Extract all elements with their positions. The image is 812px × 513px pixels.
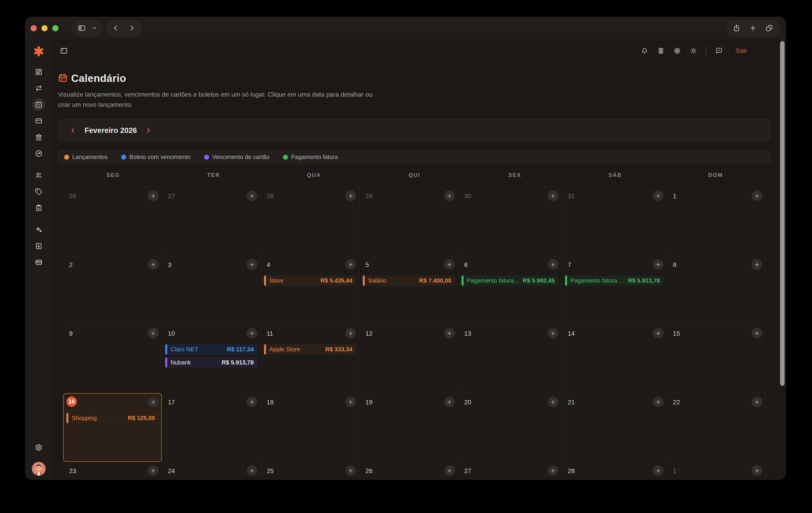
add-event-button[interactable]: + bbox=[548, 328, 558, 339]
add-event-button[interactable]: + bbox=[548, 465, 558, 476]
calendar-day-cell[interactable]: 30+ bbox=[458, 187, 562, 255]
sidebar-item-transactions[interactable] bbox=[32, 82, 45, 94]
add-event-button[interactable]: + bbox=[548, 397, 558, 407]
add-event-button[interactable]: + bbox=[345, 465, 356, 476]
add-event-button[interactable]: + bbox=[246, 465, 257, 476]
calendar-day-cell[interactable]: 21+ bbox=[562, 393, 667, 462]
add-event-button[interactable]: + bbox=[345, 259, 356, 270]
sidebar-item-investments[interactable] bbox=[32, 147, 45, 160]
add-event-button[interactable]: + bbox=[246, 190, 257, 201]
calendar-event[interactable]: Claro NETR$ 117,34 bbox=[165, 344, 257, 355]
calendar-event[interactable]: NubankR$ 5.913,78 bbox=[165, 357, 257, 368]
calendar-day-cell[interactable]: 12+ bbox=[359, 325, 458, 393]
calendar-day-cell[interactable]: 26+ bbox=[359, 462, 458, 480]
calendar-event[interactable]: Pagamento fatura...R$ 5.992,45 bbox=[462, 275, 558, 286]
sidebar-item-bank[interactable] bbox=[32, 131, 45, 143]
calendar-day-cell[interactable]: 5+SalárioR$ 7.400,00 bbox=[359, 256, 458, 324]
sidebar-toggle-icon[interactable] bbox=[78, 24, 86, 32]
calendar-day-cell[interactable]: 28+ bbox=[261, 187, 359, 255]
sidebar-item-cards[interactable] bbox=[32, 114, 45, 127]
calendar-day-cell[interactable]: 9+ bbox=[63, 325, 162, 393]
next-month-button[interactable] bbox=[145, 127, 152, 134]
calendar-day-cell[interactable]: 6+Pagamento fatura...R$ 5.992,45 bbox=[458, 256, 562, 324]
add-event-button[interactable]: + bbox=[246, 259, 257, 270]
sidebar-item-users[interactable] bbox=[32, 169, 45, 182]
calendar-day-cell[interactable]: 1+ bbox=[667, 187, 765, 255]
add-event-button[interactable]: + bbox=[148, 328, 158, 339]
calendar-day-cell[interactable]: 27+ bbox=[162, 187, 261, 255]
settings-gear-icon[interactable] bbox=[32, 441, 45, 454]
add-event-button[interactable]: + bbox=[246, 328, 257, 339]
calendar-event[interactable]: Apple StoreR$ 333,34 bbox=[264, 344, 356, 355]
panel-toggle-icon[interactable] bbox=[60, 47, 68, 55]
add-event-button[interactable]: + bbox=[548, 259, 558, 270]
calendar-day-cell[interactable]: 19+ bbox=[359, 393, 458, 462]
sidebar-item-ai-assistant[interactable] bbox=[32, 223, 45, 236]
chat-icon[interactable] bbox=[712, 44, 725, 57]
calendar-day-cell[interactable]: 10+Claro NETR$ 117,34NubankR$ 5.913,78 bbox=[162, 325, 261, 393]
add-event-button[interactable]: + bbox=[444, 328, 455, 339]
user-avatar[interactable] bbox=[31, 461, 46, 476]
add-event-button[interactable]: + bbox=[653, 190, 664, 201]
add-event-button[interactable]: + bbox=[653, 465, 664, 476]
add-event-button[interactable]: + bbox=[653, 328, 664, 339]
new-tab-icon[interactable] bbox=[749, 25, 756, 32]
calendar-event[interactable]: StoreR$ 5.435,44 bbox=[264, 275, 356, 286]
scrollbar-thumb[interactable] bbox=[780, 41, 785, 386]
add-event-button[interactable]: + bbox=[752, 397, 762, 407]
calendar-day-cell[interactable]: 3+ bbox=[162, 256, 261, 324]
add-event-button[interactable]: + bbox=[148, 465, 158, 476]
add-event-button[interactable]: + bbox=[246, 397, 257, 407]
add-event-button[interactable]: + bbox=[752, 259, 762, 270]
calendar-day-cell[interactable]: 20+ bbox=[458, 393, 562, 462]
add-event-button[interactable]: + bbox=[653, 259, 664, 270]
zoom-button[interactable] bbox=[52, 25, 58, 31]
add-event-button[interactable]: + bbox=[444, 190, 455, 201]
calendar-event[interactable]: SalárioR$ 7.400,00 bbox=[363, 275, 455, 286]
calendar-event[interactable]: Pagamento fatura ...R$ 5.913,78 bbox=[565, 275, 664, 286]
add-event-button[interactable]: + bbox=[345, 328, 356, 339]
calendar-day-cell[interactable]: 11+Apple StoreR$ 333,34 bbox=[261, 325, 359, 393]
add-event-button[interactable]: + bbox=[548, 190, 558, 201]
add-event-button[interactable]: + bbox=[444, 259, 455, 270]
sidebar-item-calendar[interactable] bbox=[32, 98, 45, 111]
add-event-button[interactable]: + bbox=[148, 259, 158, 270]
sidebar-item-wallet[interactable] bbox=[32, 256, 45, 269]
calendar-day-cell[interactable]: 2+ bbox=[63, 256, 162, 324]
eye-icon[interactable] bbox=[671, 44, 684, 57]
calendar-day-cell[interactable]: 24+ bbox=[162, 462, 261, 480]
back-icon[interactable] bbox=[112, 25, 119, 31]
sidebar-item-dashboard[interactable] bbox=[32, 65, 45, 78]
add-event-button[interactable]: + bbox=[752, 465, 762, 476]
previous-month-button[interactable] bbox=[69, 127, 77, 134]
calendar-day-cell[interactable]: 14+ bbox=[562, 325, 667, 393]
calendar-day-cell[interactable]: 7+Pagamento fatura ...R$ 5.913,78 bbox=[562, 256, 667, 324]
calendar-day-cell[interactable]: 23+ bbox=[63, 462, 162, 480]
add-event-button[interactable]: + bbox=[345, 397, 356, 407]
add-event-button[interactable]: + bbox=[148, 190, 158, 201]
calendar-day-cell[interactable]: 4+StoreR$ 5.435,44 bbox=[261, 256, 359, 324]
calendar-day-cell[interactable]: 28+ bbox=[562, 462, 667, 480]
sidebar-item-reports[interactable] bbox=[32, 240, 45, 252]
calendar-day-cell[interactable]: 31+ bbox=[562, 187, 667, 255]
calendar-day-cell[interactable]: 25+ bbox=[261, 462, 359, 480]
share-icon[interactable] bbox=[733, 25, 740, 32]
calendar-day-cell[interactable]: 26+ bbox=[63, 187, 162, 255]
calendar-day-cell[interactable]: 18+ bbox=[261, 393, 359, 462]
add-event-button[interactable]: + bbox=[444, 397, 455, 407]
calendar-day-cell[interactable]: 22+ bbox=[667, 393, 765, 462]
sidebar-item-notes[interactable] bbox=[32, 201, 45, 214]
add-event-button[interactable]: + bbox=[752, 190, 762, 201]
calendar-day-cell[interactable]: 13+ bbox=[458, 325, 562, 393]
add-event-button[interactable]: + bbox=[345, 190, 356, 201]
calendar-day-cell[interactable]: 27+ bbox=[458, 462, 562, 480]
tab-overview-icon[interactable] bbox=[765, 25, 773, 32]
bell-icon[interactable] bbox=[638, 44, 651, 57]
add-event-button[interactable]: + bbox=[752, 328, 762, 339]
calendar-day-cell[interactable]: 16+ShoppingR$ 125,00 bbox=[63, 393, 162, 462]
forward-icon[interactable] bbox=[128, 25, 135, 31]
add-event-button[interactable]: + bbox=[444, 465, 455, 476]
add-event-button[interactable]: + bbox=[148, 397, 158, 407]
calendar-day-cell[interactable]: 15+ bbox=[667, 325, 765, 393]
calendar-day-cell[interactable]: 29+ bbox=[359, 187, 458, 255]
